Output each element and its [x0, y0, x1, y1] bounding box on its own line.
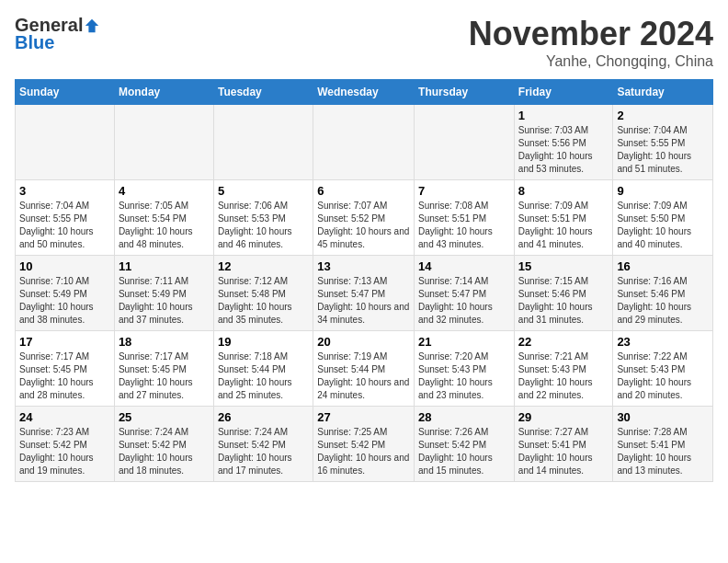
day-number: 16 — [617, 259, 709, 273]
calendar-cell: 15Sunrise: 7:15 AMSunset: 5:46 PMDayligh… — [514, 256, 613, 331]
day-info: Sunrise: 7:21 AMSunset: 5:43 PMDaylight:… — [518, 350, 609, 402]
day-header-friday: Friday — [514, 80, 613, 105]
day-number: 21 — [418, 335, 510, 349]
logo-blue-text: Blue — [15, 32, 54, 53]
calendar-cell: 28Sunrise: 7:26 AMSunset: 5:42 PMDayligh… — [415, 407, 515, 482]
day-info: Sunrise: 7:11 AMSunset: 5:49 PMDaylight:… — [119, 275, 210, 327]
calendar-cell: 5Sunrise: 7:06 AMSunset: 5:53 PMDaylight… — [213, 180, 313, 256]
calendar-cell: 17Sunrise: 7:17 AMSunset: 5:45 PMDayligh… — [16, 331, 115, 407]
day-info: Sunrise: 7:24 AMSunset: 5:42 PMDaylight:… — [119, 426, 210, 477]
day-number: 4 — [119, 184, 210, 198]
calendar-cell: 29Sunrise: 7:27 AMSunset: 5:41 PMDayligh… — [514, 407, 613, 482]
calendar-cell: 20Sunrise: 7:19 AMSunset: 5:44 PMDayligh… — [313, 331, 415, 407]
calendar-cell: 25Sunrise: 7:24 AMSunset: 5:42 PMDayligh… — [114, 407, 213, 482]
calendar-week-1: 1Sunrise: 7:03 AMSunset: 5:56 PMDaylight… — [16, 105, 713, 180]
day-info: Sunrise: 7:14 AMSunset: 5:47 PMDaylight:… — [418, 275, 510, 327]
day-info: Sunrise: 7:13 AMSunset: 5:47 PMDaylight:… — [317, 275, 410, 327]
day-info: Sunrise: 7:04 AMSunset: 5:55 PMDaylight:… — [19, 200, 110, 251]
title-block: November 2024 Yanhe, Chongqing, China — [469, 15, 713, 70]
day-number: 15 — [518, 259, 609, 273]
day-info: Sunrise: 7:15 AMSunset: 5:46 PMDaylight:… — [518, 275, 609, 327]
day-info: Sunrise: 7:03 AMSunset: 5:56 PMDaylight:… — [518, 124, 609, 176]
day-header-monday: Monday — [114, 80, 213, 105]
calendar-cell: 7Sunrise: 7:08 AMSunset: 5:51 PMDaylight… — [415, 180, 515, 256]
day-info: Sunrise: 7:16 AMSunset: 5:46 PMDaylight:… — [617, 275, 709, 327]
calendar-cell: 2Sunrise: 7:04 AMSunset: 5:55 PMDaylight… — [613, 105, 713, 180]
day-info: Sunrise: 7:04 AMSunset: 5:55 PMDaylight:… — [617, 124, 709, 176]
calendar-cell: 19Sunrise: 7:18 AMSunset: 5:44 PMDayligh… — [213, 331, 313, 407]
day-info: Sunrise: 7:07 AMSunset: 5:52 PMDaylight:… — [317, 200, 410, 251]
day-info: Sunrise: 7:05 AMSunset: 5:54 PMDaylight:… — [119, 200, 210, 251]
day-number: 10 — [19, 259, 110, 273]
calendar-cell: 13Sunrise: 7:13 AMSunset: 5:47 PMDayligh… — [313, 256, 415, 331]
day-info: Sunrise: 7:17 AMSunset: 5:45 PMDaylight:… — [119, 350, 210, 402]
calendar-cell: 4Sunrise: 7:05 AMSunset: 5:54 PMDaylight… — [114, 180, 213, 256]
day-info: Sunrise: 7:22 AMSunset: 5:43 PMDaylight:… — [617, 350, 709, 402]
day-header-tuesday: Tuesday — [213, 80, 313, 105]
day-info: Sunrise: 7:25 AMSunset: 5:42 PMDaylight:… — [317, 426, 410, 477]
day-number: 7 — [418, 184, 510, 198]
calendar-cell: 26Sunrise: 7:24 AMSunset: 5:42 PMDayligh… — [213, 407, 313, 482]
calendar-cell: 3Sunrise: 7:04 AMSunset: 5:55 PMDaylight… — [16, 180, 115, 256]
day-info: Sunrise: 7:19 AMSunset: 5:44 PMDaylight:… — [317, 350, 410, 402]
day-number: 26 — [218, 410, 309, 424]
day-number: 14 — [418, 259, 510, 273]
day-info: Sunrise: 7:20 AMSunset: 5:43 PMDaylight:… — [418, 350, 510, 402]
day-number: 3 — [19, 184, 110, 198]
day-number: 2 — [617, 109, 709, 122]
calendar-cell: 12Sunrise: 7:12 AMSunset: 5:48 PMDayligh… — [213, 256, 313, 331]
day-number: 22 — [518, 335, 609, 349]
calendar-cell: 10Sunrise: 7:10 AMSunset: 5:49 PMDayligh… — [16, 256, 115, 331]
calendar-cell: 30Sunrise: 7:28 AMSunset: 5:41 PMDayligh… — [613, 407, 713, 482]
day-number: 17 — [19, 335, 110, 349]
logo-icon — [84, 17, 100, 34]
calendar-week-3: 10Sunrise: 7:10 AMSunset: 5:49 PMDayligh… — [16, 256, 713, 331]
day-header-wednesday: Wednesday — [313, 80, 415, 105]
day-number: 30 — [617, 410, 709, 424]
day-info: Sunrise: 7:24 AMSunset: 5:42 PMDaylight:… — [218, 426, 309, 477]
calendar-cell: 27Sunrise: 7:25 AMSunset: 5:42 PMDayligh… — [313, 407, 415, 482]
day-number: 23 — [617, 335, 709, 349]
day-info: Sunrise: 7:26 AMSunset: 5:42 PMDaylight:… — [418, 426, 510, 477]
day-header-sunday: Sunday — [16, 80, 115, 105]
day-info: Sunrise: 7:06 AMSunset: 5:53 PMDaylight:… — [218, 200, 309, 251]
calendar-header-row: SundayMondayTuesdayWednesdayThursdayFrid… — [16, 80, 713, 105]
calendar-cell: 21Sunrise: 7:20 AMSunset: 5:43 PMDayligh… — [415, 331, 515, 407]
calendar-cell: 16Sunrise: 7:16 AMSunset: 5:46 PMDayligh… — [613, 256, 713, 331]
page-header: General Blue November 2024 Yanhe, Chongq… — [15, 15, 713, 70]
calendar-cell: 9Sunrise: 7:09 AMSunset: 5:50 PMDaylight… — [613, 180, 713, 256]
calendar-cell: 11Sunrise: 7:11 AMSunset: 5:49 PMDayligh… — [114, 256, 213, 331]
calendar-cell: 22Sunrise: 7:21 AMSunset: 5:43 PMDayligh… — [514, 331, 613, 407]
day-info: Sunrise: 7:09 AMSunset: 5:50 PMDaylight:… — [617, 200, 709, 251]
svg-marker-0 — [85, 18, 98, 31]
calendar-cell — [313, 105, 415, 180]
day-number: 27 — [317, 410, 410, 424]
calendar-cell: 18Sunrise: 7:17 AMSunset: 5:45 PMDayligh… — [114, 331, 213, 407]
day-number: 29 — [518, 410, 609, 424]
month-title: November 2024 — [469, 15, 713, 53]
location: Yanhe, Chongqing, China — [469, 53, 713, 70]
calendar-cell: 14Sunrise: 7:14 AMSunset: 5:47 PMDayligh… — [415, 256, 515, 331]
day-number: 13 — [317, 259, 410, 273]
day-info: Sunrise: 7:10 AMSunset: 5:49 PMDaylight:… — [19, 275, 110, 327]
logo: General Blue — [15, 15, 100, 53]
calendar-cell: 1Sunrise: 7:03 AMSunset: 5:56 PMDaylight… — [514, 105, 613, 180]
calendar-cell: 8Sunrise: 7:09 AMSunset: 5:51 PMDaylight… — [514, 180, 613, 256]
day-number: 12 — [218, 259, 309, 273]
calendar-week-5: 24Sunrise: 7:23 AMSunset: 5:42 PMDayligh… — [16, 407, 713, 482]
calendar-cell — [114, 105, 213, 180]
day-number: 28 — [418, 410, 510, 424]
calendar-week-4: 17Sunrise: 7:17 AMSunset: 5:45 PMDayligh… — [16, 331, 713, 407]
day-number: 6 — [317, 184, 410, 198]
day-number: 24 — [19, 410, 110, 424]
day-number: 19 — [218, 335, 309, 349]
calendar-cell: 6Sunrise: 7:07 AMSunset: 5:52 PMDaylight… — [313, 180, 415, 256]
day-number: 20 — [317, 335, 410, 349]
day-header-thursday: Thursday — [415, 80, 515, 105]
day-number: 18 — [119, 335, 210, 349]
day-info: Sunrise: 7:28 AMSunset: 5:41 PMDaylight:… — [617, 426, 709, 477]
day-number: 5 — [218, 184, 309, 198]
day-number: 25 — [119, 410, 210, 424]
calendar-cell — [415, 105, 515, 180]
day-header-saturday: Saturday — [613, 80, 713, 105]
